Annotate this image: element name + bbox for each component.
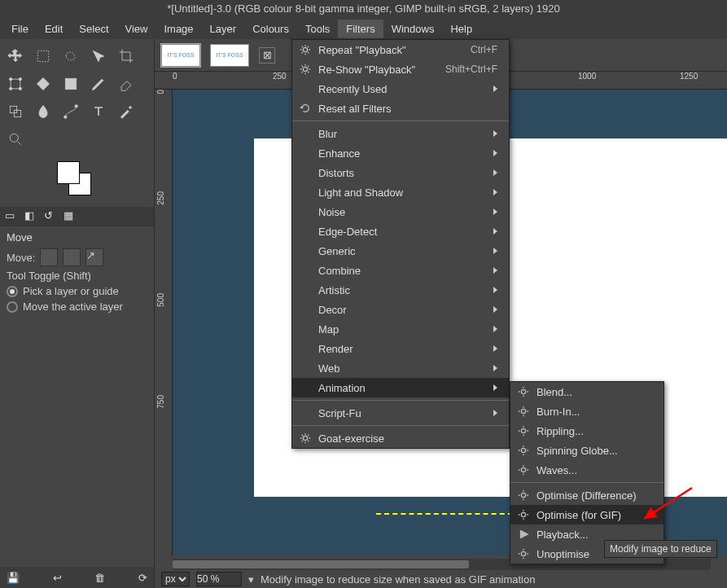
images-tab-icon[interactable]: ▦ xyxy=(64,209,78,224)
menu-tools[interactable]: Tools xyxy=(297,20,338,38)
menu-select[interactable]: Select xyxy=(71,20,116,38)
menu-layer[interactable]: Layer xyxy=(202,20,245,38)
gradient-tool-icon[interactable] xyxy=(59,72,83,96)
radio-move-active-label: Move the active layer xyxy=(23,301,123,313)
menu-noise[interactable]: Noise xyxy=(292,202,509,222)
submenu-arrow-icon xyxy=(493,189,497,195)
radio-move-active[interactable] xyxy=(7,301,18,313)
submenu-arrow-icon xyxy=(493,365,497,371)
menu-script-fu[interactable]: Script-Fu xyxy=(292,403,509,423)
free-select-tool-icon[interactable] xyxy=(59,44,83,68)
menu-view[interactable]: View xyxy=(117,20,156,38)
menu-windows[interactable]: Windows xyxy=(383,20,443,38)
ruler-vertical[interactable]: 0 250 500 750 xyxy=(155,90,173,555)
delete-preset-icon[interactable]: 🗑 xyxy=(94,572,105,584)
menu-light-shadow[interactable]: Light and Shadow xyxy=(292,182,509,202)
menu-artistic[interactable]: Artistic xyxy=(292,280,509,300)
submenu-arrow-icon xyxy=(493,410,497,416)
radio-pick-layer[interactable] xyxy=(7,286,18,297)
toolbox xyxy=(0,39,154,156)
menu-blend[interactable]: Blend... xyxy=(510,382,663,402)
menu-recently-used[interactable]: Recently Used xyxy=(292,79,509,99)
svg-point-18 xyxy=(521,448,525,452)
submenu-arrow-icon xyxy=(493,306,497,313)
gear-icon xyxy=(517,463,530,476)
menu-goat-exercise[interactable]: Goat-exercise xyxy=(292,428,509,448)
image-tab-1[interactable]: IT'S FOSS xyxy=(161,44,200,67)
gear-icon xyxy=(517,424,530,437)
menu-image[interactable]: Image xyxy=(155,20,201,38)
restore-preset-icon[interactable]: ↩ xyxy=(53,572,62,584)
menu-decor[interactable]: Decor xyxy=(292,300,509,319)
close-tab-button[interactable]: ⊠ xyxy=(259,47,275,64)
clone-tool-icon[interactable] xyxy=(3,99,28,124)
menu-map[interactable]: Map xyxy=(292,319,509,339)
move-label: Move: xyxy=(7,252,35,264)
scrollbar-thumb[interactable] xyxy=(173,560,469,568)
svg-rect-6 xyxy=(65,78,76,89)
svg-rect-7 xyxy=(10,106,16,112)
menu-filters[interactable]: Filters xyxy=(338,20,383,38)
reset-preset-icon[interactable]: ⟳ xyxy=(138,572,147,584)
play-icon xyxy=(517,528,530,541)
gear-icon xyxy=(517,444,530,457)
menu-edit[interactable]: Edit xyxy=(37,20,71,38)
menu-animation[interactable]: Animation xyxy=(292,378,509,397)
menu-spinning-globe[interactable]: Spinning Globe... xyxy=(510,441,663,460)
gear-icon xyxy=(517,508,530,521)
menu-distorts[interactable]: Distorts xyxy=(292,163,509,182)
move-layer-icon[interactable] xyxy=(40,248,58,266)
device-status-tab-icon[interactable]: ◧ xyxy=(24,209,39,224)
pencil-tool-icon[interactable] xyxy=(86,72,111,96)
zoom-tool-icon[interactable] xyxy=(3,127,28,151)
menu-waves[interactable]: Waves... xyxy=(510,460,663,480)
move-tool-icon[interactable] xyxy=(3,44,28,68)
image-tab-2[interactable]: IT'S FOSS xyxy=(210,44,249,67)
move-path-icon[interactable]: ↗ xyxy=(85,248,103,266)
rect-select-tool-icon[interactable] xyxy=(31,44,55,68)
menu-burn-in[interactable]: Burn-In... xyxy=(510,402,663,421)
unit-select[interactable]: px xyxy=(161,572,190,586)
gear-icon xyxy=(517,489,530,502)
svg-rect-8 xyxy=(14,110,20,116)
undo-history-tab-icon[interactable]: ↺ xyxy=(44,209,59,224)
menu-file[interactable]: File xyxy=(3,20,37,38)
menu-web[interactable]: Web xyxy=(292,358,509,378)
text-tool-icon[interactable] xyxy=(86,99,111,124)
menu-combine[interactable]: Combine xyxy=(292,261,509,280)
menu-colours[interactable]: Colours xyxy=(244,20,297,38)
menu-generic[interactable]: Generic xyxy=(292,241,509,261)
transform-tool-icon[interactable] xyxy=(3,72,28,96)
fuzzy-select-tool-icon[interactable] xyxy=(86,44,111,68)
menu-help[interactable]: Help xyxy=(442,20,480,38)
move-selection-icon[interactable] xyxy=(63,248,81,266)
eraser-tool-icon[interactable] xyxy=(114,72,138,96)
ruler-tick: 500 xyxy=(156,293,165,307)
bucket-tool-icon[interactable] xyxy=(31,72,55,96)
menu-reshow-filter[interactable]: Re-Show "Playback"Shift+Ctrl+F xyxy=(292,59,509,79)
crop-tool-icon[interactable] xyxy=(114,44,138,68)
ruler-tick: 750 xyxy=(156,395,165,409)
smudge-tool-icon[interactable] xyxy=(31,99,55,124)
menu-reset-filters[interactable]: Reset all Filters xyxy=(292,99,509,118)
paths-tool-icon[interactable] xyxy=(59,99,83,124)
tool-options-tab-icon[interactable]: ▭ xyxy=(5,209,20,224)
menu-rippling[interactable]: Rippling... xyxy=(510,421,663,441)
menu-edge-detect[interactable]: Edge-Detect xyxy=(292,222,509,241)
save-preset-icon[interactable]: 💾 xyxy=(7,572,20,584)
fg-color-swatch[interactable] xyxy=(57,161,80,184)
ruler-tick: 0 xyxy=(173,72,177,81)
menu-blur[interactable]: Blur xyxy=(292,124,509,143)
gear-icon xyxy=(299,43,312,56)
gear-icon xyxy=(299,432,312,445)
svg-point-2 xyxy=(10,78,12,81)
svg-rect-0 xyxy=(37,50,48,61)
color-picker-tool-icon[interactable] xyxy=(114,99,138,124)
color-swatches[interactable] xyxy=(57,161,98,202)
svg-line-23 xyxy=(644,488,692,519)
submenu-arrow-icon xyxy=(493,150,497,156)
zoom-input[interactable] xyxy=(196,572,242,586)
menu-render[interactable]: Render xyxy=(292,339,509,358)
menu-enhance[interactable]: Enhance xyxy=(292,143,509,163)
menu-repeat-filter[interactable]: Repeat "Playback"Ctrl+F xyxy=(292,40,509,59)
